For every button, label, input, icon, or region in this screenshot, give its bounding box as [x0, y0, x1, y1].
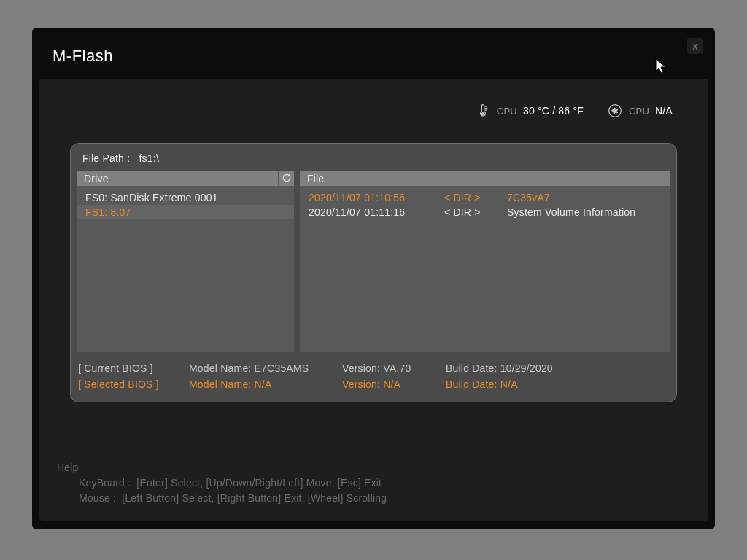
file-browser-panel: File Path : fs1:\ Drive: [70, 143, 677, 402]
cpu-fan: CPU N/A: [607, 103, 673, 119]
titlebar: M-Flash x: [32, 28, 715, 70]
file-header-label: File: [307, 173, 324, 184]
help-keyboard-label: KeyBoard :: [79, 477, 131, 489]
cpu-fan-label: CPU: [629, 106, 649, 117]
selected-bios-label: [ Selected BIOS ]: [78, 378, 189, 390]
status-strip: CPU 30 °C / 86 °F: [70, 79, 677, 143]
file-date: 2020/11/07 01:10:56: [309, 192, 444, 203]
fan-icon: [607, 103, 623, 119]
refresh-icon: [282, 173, 292, 185]
help-mouse-label: Mouse :: [79, 492, 116, 504]
bios-info: [ Current BIOS ] Model Name: E7C35AMS Ve…: [71, 352, 676, 402]
selected-bios-version: Version: N/A: [342, 378, 446, 390]
drive-row[interactable]: FS1: 8.07: [77, 205, 294, 219]
selected-bios-model: Model Name: N/A: [189, 378, 342, 390]
help-title: Help: [57, 460, 390, 475]
file-path-value: fs1:\: [139, 152, 159, 164]
file-list-header: File: [300, 171, 670, 186]
body-panel: CPU 30 °C / 86 °F: [39, 79, 708, 521]
drive-row[interactable]: FS0: SanDisk Extreme 0001: [77, 190, 294, 205]
help-mouse: Mouse : [Left Button] Select, [Right But…: [57, 491, 390, 506]
mflash-window: M-Flash x CPU 30 °C / 86 °F: [32, 28, 715, 529]
help-mouse-hints: [Left Button] Select, [Right Button] Exi…: [122, 492, 387, 504]
current-bios-label: [ Current BIOS ]: [78, 362, 189, 374]
drive-header-label: Drive: [84, 173, 109, 184]
thermometer-icon: [475, 103, 491, 119]
close-button[interactable]: x: [687, 38, 703, 54]
cpu-temp: CPU 30 °C / 86 °F: [475, 103, 584, 119]
file-path: File Path : fs1:\: [71, 144, 676, 171]
close-icon: x: [692, 40, 698, 52]
app-title: M-Flash: [53, 47, 113, 70]
drive-list-body[interactable]: FS0: SanDisk Extreme 0001FS1: 8.07: [77, 186, 294, 219]
help-keyboard-hints: [Enter] Select, [Up/Down/Right/Left] Mov…: [136, 477, 382, 489]
selected-bios-date: Build Date: N/A: [446, 378, 669, 390]
drive-list: Drive FS0: SanDisk Extreme 0001FS1: 8.07: [77, 171, 294, 352]
file-name: System Volume Information: [507, 206, 662, 218]
file-path-label: File Path :: [82, 152, 130, 164]
drive-list-header: Drive: [77, 171, 294, 186]
file-type: < DIR >: [444, 206, 507, 218]
cpu-temp-value: 30 °C / 86 °F: [523, 105, 584, 117]
lists-container: Drive FS0: SanDisk Extreme 0001FS1: 8.07: [71, 171, 676, 352]
svg-point-0: [481, 113, 484, 115]
file-type: < DIR >: [444, 192, 507, 203]
help-keyboard: KeyBoard : [Enter] Select, [Up/Down/Righ…: [57, 475, 390, 491]
current-bios-date: Build Date: 10/29/2020: [446, 362, 669, 374]
help-section: Help KeyBoard : [Enter] Select, [Up/Down…: [57, 460, 390, 506]
cpu-fan-value: N/A: [655, 105, 673, 117]
file-row[interactable]: 2020/11/07 01:10:56< DIR >7C35vA7: [300, 190, 670, 205]
file-list: File 2020/11/07 01:10:56< DIR >7C35vA720…: [300, 171, 670, 352]
file-row[interactable]: 2020/11/07 01:11:16< DIR >System Volume …: [300, 205, 670, 219]
current-bios-version: Version: VA.70: [342, 362, 446, 374]
refresh-button[interactable]: [278, 171, 294, 186]
current-bios-model: Model Name: E7C35AMS: [189, 362, 342, 374]
svg-point-5: [614, 110, 616, 112]
file-name: 7C35vA7: [507, 192, 662, 203]
cpu-temp-label: CPU: [497, 106, 517, 117]
file-list-body[interactable]: 2020/11/07 01:10:56< DIR >7C35vA72020/11…: [300, 186, 670, 219]
file-date: 2020/11/07 01:11:16: [309, 206, 444, 218]
